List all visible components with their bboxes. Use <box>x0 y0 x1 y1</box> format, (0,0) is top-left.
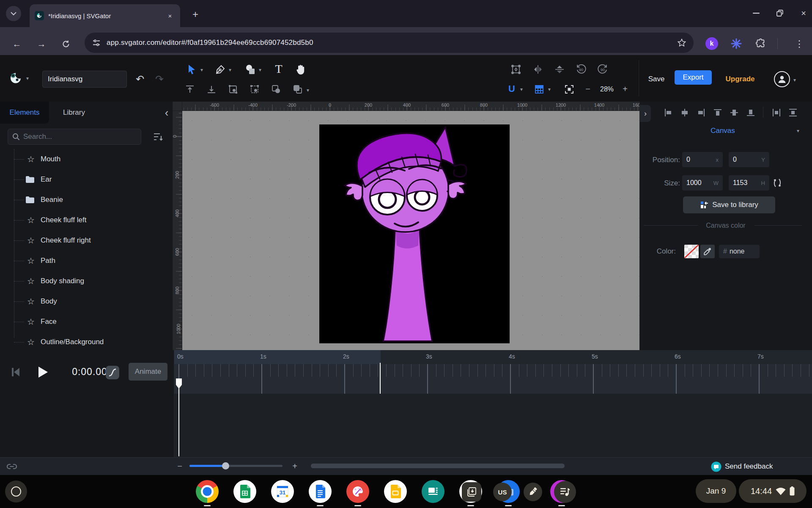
zoom-out-button[interactable]: − <box>583 84 593 94</box>
panel-section-title[interactable]: Canvas <box>639 126 806 135</box>
sort-layers-icon[interactable] <box>151 130 165 143</box>
shape-tool[interactable] <box>244 63 257 76</box>
layer-item[interactable]: ☆Cheek fluff left <box>0 210 173 230</box>
position-x-input[interactable]: 0 x <box>682 152 723 167</box>
stylus-icon[interactable] <box>524 483 542 501</box>
keyboard-layout-badge[interactable]: US <box>493 483 512 501</box>
collapse-panel-icon[interactable]: ‹ <box>162 105 172 120</box>
boolean-chevron-icon[interactable]: ▾ <box>307 87 309 93</box>
extension-starburst-icon[interactable] <box>730 37 743 50</box>
align-center-h-icon[interactable] <box>679 107 691 119</box>
align-top-icon[interactable] <box>184 84 195 95</box>
flip-horizontal-icon[interactable] <box>532 64 544 75</box>
animate-button[interactable]: Animate <box>129 363 167 381</box>
rotate-ccw-90-icon[interactable]: 90 <box>575 64 587 75</box>
project-name-input[interactable]: Iridianasvg <box>42 71 127 88</box>
align-top-edge-icon[interactable] <box>712 107 724 119</box>
zoom-level[interactable]: 28% <box>595 84 618 94</box>
layer-item[interactable]: ☆Outline/Background <box>0 332 173 352</box>
browser-tab[interactable]: *Iridianasvg | SVGator × <box>30 4 180 27</box>
reload-button[interactable] <box>58 36 74 52</box>
skip-to-start-icon[interactable] <box>9 366 22 378</box>
forward-button[interactable]: → <box>34 36 49 52</box>
text-tool[interactable]: T <box>272 62 285 76</box>
artboard[interactable] <box>319 124 510 343</box>
status-pill[interactable]: 14:44 <box>739 479 807 503</box>
align-bottom-edge-icon[interactable] <box>745 107 757 119</box>
snap-u-icon[interactable]: U <box>506 83 518 95</box>
undo-icon[interactable]: ↶ <box>134 72 146 86</box>
tab-library[interactable]: Library <box>51 102 97 124</box>
flip-vertical-icon[interactable] <box>554 64 565 75</box>
play-icon[interactable] <box>36 364 51 380</box>
site-settings-icon[interactable] <box>92 39 101 47</box>
resize-relative-icon[interactable] <box>771 177 783 189</box>
save-button[interactable]: Save <box>645 74 668 85</box>
timeline-zoom-out-button[interactable]: − <box>174 461 185 472</box>
layer-item[interactable]: ☆Mouth <box>0 149 173 169</box>
bookmark-star-icon[interactable] <box>678 39 686 47</box>
section-chevron-icon[interactable]: ▾ <box>797 128 799 134</box>
hand-tool[interactable] <box>293 62 308 77</box>
pen-tool-chevron-icon[interactable]: ▾ <box>229 67 231 73</box>
chrome-app[interactable] <box>196 480 219 503</box>
layer-item[interactable]: ☆Face <box>0 312 173 332</box>
layer-item[interactable]: Beanie <box>0 190 173 210</box>
url-bar[interactable]: app.svgator.com/editor#/f0af19961b294ee6… <box>85 33 694 53</box>
send-feedback-button[interactable]: Send feedback <box>725 462 773 471</box>
window-minimize-button[interactable] <box>749 6 764 20</box>
save-to-library-button[interactable]: Save to library <box>683 196 775 213</box>
avatar[interactable] <box>774 71 790 87</box>
rotate-cw-90-icon[interactable]: 90 <box>597 64 609 75</box>
layer-item[interactable]: ☆Path <box>0 251 173 271</box>
mask-icon[interactable] <box>271 84 282 95</box>
layer-item[interactable]: ☆Body <box>0 291 173 312</box>
align-middle-icon[interactable] <box>728 107 740 119</box>
sheets-app[interactable] <box>233 480 256 503</box>
shape-tool-chevron-icon[interactable]: ▾ <box>259 67 261 73</box>
align-bottom-icon[interactable] <box>206 84 217 95</box>
launcher-button[interactable] <box>5 480 27 502</box>
screen-capture-icon[interactable] <box>462 482 481 502</box>
pen-tool[interactable] <box>214 63 227 76</box>
browser-menu-kebab-icon[interactable]: ⋮ <box>792 36 807 52</box>
link-icon[interactable] <box>6 461 18 472</box>
tab-close-icon[interactable]: × <box>165 11 175 21</box>
select-tool-chevron-icon[interactable]: ▾ <box>200 67 203 73</box>
back-button[interactable]: ← <box>9 36 25 52</box>
color-swatch-none[interactable] <box>684 245 699 258</box>
easing-curve-icon[interactable] <box>106 366 119 379</box>
export-button[interactable]: Export <box>675 70 712 85</box>
grid-icon[interactable] <box>534 84 545 95</box>
boolean-stack-icon[interactable] <box>292 84 303 95</box>
timeline-ruler[interactable] <box>174 364 812 394</box>
tab-elements[interactable]: Elements <box>0 102 49 124</box>
distribute-h-icon[interactable] <box>771 107 782 119</box>
extension-k-icon[interactable]: k <box>705 37 718 50</box>
eyedropper-icon[interactable] <box>700 245 715 258</box>
layer-item[interactable]: ☆Cheek fluff right <box>0 230 173 251</box>
logo-menu-chevron-icon[interactable]: ▾ <box>26 75 29 81</box>
work-area-end-marker[interactable] <box>380 363 381 394</box>
window-restore-button[interactable] <box>772 6 787 20</box>
upgrade-button[interactable]: Upgrade <box>719 74 761 85</box>
canvas-paint-app[interactable] <box>346 480 369 503</box>
timeline-zoom-handle[interactable] <box>222 462 229 469</box>
tab-search-button[interactable] <box>6 6 21 21</box>
search-input[interactable]: Search... <box>8 129 141 145</box>
docs-app[interactable] <box>309 480 332 503</box>
explore-app[interactable] <box>422 480 444 503</box>
media-playlist-icon[interactable] <box>554 481 576 503</box>
snap-chevron-icon[interactable]: ▾ <box>520 86 523 92</box>
color-value-field[interactable]: # none <box>719 245 760 258</box>
timeline-header[interactable]: 0s1s2s3s4s5s6s7s8s9s <box>174 350 812 364</box>
transform-frame-icon[interactable] <box>249 84 260 95</box>
select-tool[interactable] <box>185 63 199 76</box>
grid-chevron-icon[interactable]: ▾ <box>548 86 551 92</box>
artboard-frame-icon[interactable] <box>510 64 522 75</box>
new-tab-button[interactable]: + <box>189 8 202 21</box>
date-pill[interactable]: Jan 9 <box>696 479 736 503</box>
layer-item[interactable]: ☆Body shading <box>0 271 173 291</box>
extensions-puzzle-icon[interactable] <box>754 37 767 50</box>
position-y-input[interactable]: 0 Y <box>729 152 769 167</box>
